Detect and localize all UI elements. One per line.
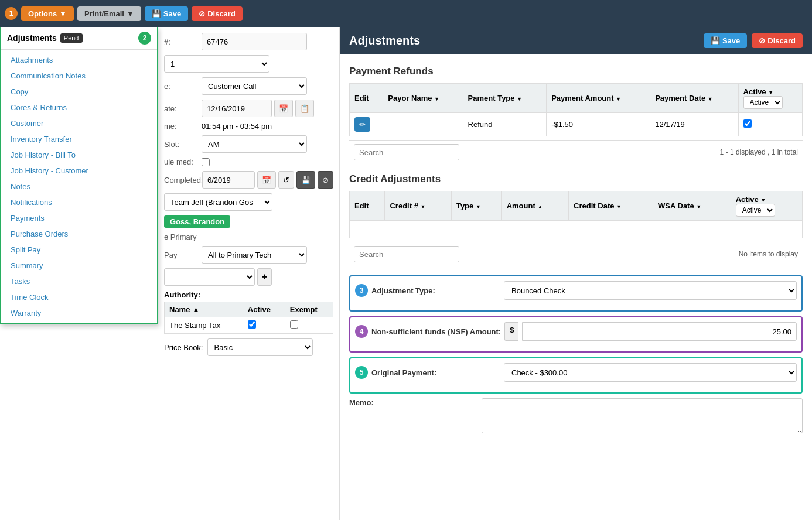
form-area: #: 1 e: Customer Call ate: 📅 📋 (158, 27, 339, 520)
orig-payment-row: 5 Original Payment: Check - $300.00 (355, 363, 797, 382)
menu-item-notifications[interactable]: Notifications (1, 194, 157, 210)
active-filter-ca[interactable]: Active (736, 204, 775, 217)
step4-badge: 4 (355, 325, 368, 338)
slot-select[interactable]: AM (202, 135, 307, 153)
form-row-tech: Goss, Brandon (164, 215, 333, 228)
form-row-number: #: (164, 33, 333, 50)
add-tax-btn[interactable]: + (257, 268, 272, 286)
col-payor-name: Payor Name ▼ (383, 84, 463, 113)
memo-row: Memo: (349, 398, 803, 433)
col-amount-ca: Amount ▲ (501, 191, 568, 221)
menu-item-payments[interactable]: Payments (1, 210, 157, 226)
memo-input[interactable] (482, 398, 803, 433)
dropdown-header: Adjustments Pend 2 (1, 27, 157, 50)
nsf-amount-input[interactable] (522, 322, 797, 341)
menu-item-attachments[interactable]: Attachments (1, 52, 157, 68)
pr-active-checkbox[interactable] (743, 119, 752, 128)
menu-item-summary[interactable]: Summary (1, 258, 157, 273)
tax-table: Name Active Exempt The Stamp Tax (164, 302, 333, 334)
pay-select[interactable]: All to Primary Tech (202, 246, 307, 264)
orig-payment-select[interactable]: Check - $300.00 (504, 363, 797, 382)
calendar-icon-btn[interactable]: 📅 (274, 100, 293, 117)
slot-label: Slot: (164, 140, 199, 149)
col-type-ca: Type ▼ (451, 191, 501, 221)
memo-label: Memo: (349, 398, 478, 407)
pr-edit-btn[interactable]: ✏ (354, 117, 370, 132)
menu-item-inventory-transfer[interactable]: Inventory Transfer (1, 131, 157, 147)
price-book-label: Price Book: (164, 343, 203, 352)
team-select[interactable]: Team Jeff (Brandon Gos (164, 193, 272, 211)
tax-col-exempt: Exempt (285, 302, 333, 317)
dollar-sign: $ (504, 322, 518, 341)
pr-count: 1 - 1 displayed , 1 in total (720, 148, 798, 156)
save-button-toolbar[interactable]: 💾 Save (145, 6, 188, 21)
tax-row: The Stamp Tax (165, 317, 333, 334)
adj-type-row: 3 Adjustment Type: Bounced Check (355, 281, 797, 300)
form-row-slot: Slot: AM (164, 135, 333, 153)
menu-item-communication-notes[interactable]: Communication Notes (1, 68, 157, 84)
options-button[interactable]: Options ▼ (21, 6, 74, 21)
menu-item-tasks[interactable]: Tasks (1, 273, 157, 289)
right-title: Adjustments (349, 34, 420, 47)
primary-label: e Primary (164, 232, 199, 241)
right-header-actions: 💾 Save ⊘ Discard (704, 33, 803, 48)
completed-refresh-btn[interactable]: ↺ (278, 171, 294, 189)
menu-item-time-clock[interactable]: Time Clock (1, 289, 157, 305)
menu-item-copy[interactable]: Copy (1, 84, 157, 100)
menu-item-cores-returns[interactable]: Cores & Returns (1, 100, 157, 115)
date-label: ate: (164, 104, 199, 113)
tax-col-active: Active (243, 302, 285, 317)
col-payment-amount: Payment Amount ▼ (547, 84, 650, 113)
print-email-button[interactable]: Print/Email ▼ (77, 6, 141, 21)
pr-search-input[interactable] (354, 144, 459, 160)
tax-exempt-cell (285, 317, 333, 334)
type-select[interactable]: Customer Call (202, 77, 307, 95)
completed-cancel-btn[interactable]: ⊘ (318, 171, 333, 189)
number-input[interactable] (202, 33, 307, 50)
discard-button-toolbar[interactable]: ⊘ Discard (192, 6, 243, 21)
completed-date-input[interactable] (202, 171, 255, 189)
form-row-date: ate: 📅 📋 (164, 100, 333, 117)
save-button-right[interactable]: 💾 Save (704, 33, 747, 48)
nsf-label: Non-sufficient funds (NSF) Amount: (371, 327, 501, 336)
payment-refunds-title: Payment Refunds (349, 66, 803, 77)
active-filter-pr[interactable]: Active (743, 96, 783, 109)
menu-item-job-history-customer[interactable]: Job History - Customer (1, 163, 157, 179)
top-toolbar: 1 Options ▼ Print/Email ▼ 💾 Save ⊘ Disca… (0, 0, 812, 27)
menu-item-customer[interactable]: Customer (1, 115, 157, 131)
tax-select[interactable] (164, 268, 255, 286)
price-book-select[interactable]: Basic (207, 338, 313, 356)
menu-item-warranty[interactable]: Warranty (1, 305, 157, 321)
col-active-ca: Active ▼ Active (731, 191, 802, 221)
price-book-row: Price Book: Basic (164, 338, 333, 356)
completed-calendar-btn[interactable]: 📅 (257, 171, 276, 189)
date-input[interactable] (202, 100, 272, 117)
calendar2-icon-btn[interactable]: 📋 (295, 100, 314, 117)
col-edit-pr: Edit (350, 84, 383, 113)
tax-active-checkbox[interactable] (248, 320, 256, 329)
tax-exempt-checkbox[interactable] (290, 320, 298, 329)
menu-item-split-pay[interactable]: Split Pay (1, 242, 157, 258)
orig-payment-label: Original Payment: (371, 368, 500, 377)
credit-adj-empty-row (350, 221, 803, 238)
discard-button-right[interactable]: ⊘ Discard (752, 33, 803, 48)
payment-refunds-table: Edit Payor Name ▼ Pament Type ▼ Payment … (349, 83, 803, 136)
adj-type-select[interactable]: Bounced Check (504, 281, 797, 300)
schedule-checkbox[interactable] (202, 158, 210, 166)
menu-item-notes[interactable]: Notes (1, 179, 157, 194)
menu-item-job-history-bill-to[interactable]: Job History - Bill To (1, 147, 157, 163)
sort-up-icon (192, 305, 200, 314)
dropdown-title: Adjustments (7, 33, 57, 43)
menu-item-purchase-orders[interactable]: Purchase Orders (1, 226, 157, 242)
adj-type-section: 3 Adjustment Type: Bounced Check (349, 275, 803, 312)
ca-search-input[interactable] (354, 246, 459, 262)
tax-authority-label: Authority: (164, 290, 333, 299)
completed-save-btn[interactable]: 💾 (296, 171, 315, 189)
right-panel: Adjustments 💾 Save ⊘ Discard Payment Ref… (340, 27, 812, 520)
form-row-primary: e Primary (164, 232, 333, 241)
revision-select[interactable]: 1 (164, 55, 269, 73)
main-layout: Adjustments Pend 2 Attachments Communica… (0, 27, 812, 520)
col-active-pr: Active ▼ Active (738, 84, 802, 113)
schedule-label: ule med: (164, 158, 199, 166)
step1-badge: 1 (5, 7, 18, 20)
